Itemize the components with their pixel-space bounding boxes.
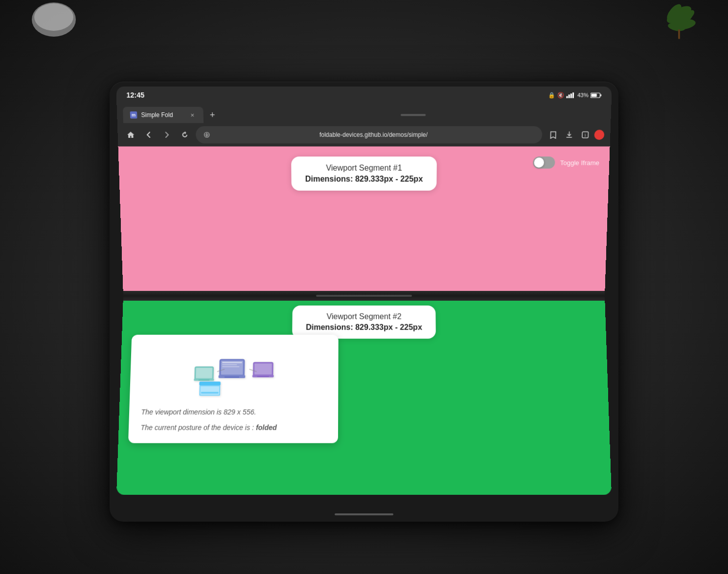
posture-text: The current posture of the device is : f… bbox=[140, 422, 326, 433]
status-bar: 12:45 🔒 🔇 43% bbox=[116, 87, 612, 104]
device-illustration bbox=[141, 345, 326, 399]
mute-icon: 🔇 bbox=[557, 92, 565, 99]
svg-rect-24 bbox=[222, 364, 237, 365]
toggle-iframe-switch[interactable] bbox=[533, 156, 555, 169]
svg-rect-10 bbox=[569, 94, 570, 98]
bowl-decoration bbox=[29, 0, 78, 39]
svg-rect-9 bbox=[566, 96, 568, 98]
tab-close-button[interactable]: ✕ bbox=[188, 111, 197, 119]
laptop-illustration-svg bbox=[184, 345, 284, 399]
tab-title: Simple Fold bbox=[141, 111, 173, 119]
svg-rect-34 bbox=[200, 382, 221, 385]
svg-text:1: 1 bbox=[584, 133, 586, 137]
segment-2-title: Viewport Segment #2 bbox=[306, 312, 422, 321]
segment-2: Viewport Segment #2 Dimensions: 829.333p… bbox=[116, 296, 612, 495]
nav-pill bbox=[335, 513, 393, 515]
signal-icon bbox=[566, 92, 575, 98]
svg-rect-29 bbox=[198, 380, 209, 381]
info-card: The viewport dimension is 829 x 556. The… bbox=[128, 335, 339, 443]
svg-rect-23 bbox=[222, 362, 242, 363]
segment-1-title: Viewport Segment #1 bbox=[305, 164, 423, 173]
active-tab[interactable]: m Simple Fold ✕ bbox=[123, 107, 204, 123]
hinge-line bbox=[316, 295, 412, 297]
reload-button[interactable] bbox=[178, 128, 192, 142]
svg-rect-6 bbox=[678, 29, 680, 39]
foldable-device: 12:45 🔒 🔇 43% bbox=[100, 77, 628, 527]
svg-rect-15 bbox=[591, 93, 597, 96]
battery-text: 43% bbox=[577, 92, 589, 98]
new-tab-button[interactable]: + bbox=[205, 108, 219, 122]
bottom-screen: Viewport Segment #2 Dimensions: 829.333p… bbox=[116, 296, 612, 495]
status-time: 12:45 bbox=[126, 91, 144, 99]
svg-rect-12 bbox=[572, 92, 574, 98]
device-body: 12:45 🔒 🔇 43% bbox=[110, 82, 618, 522]
posture-value: folded bbox=[256, 423, 277, 431]
device-hinge bbox=[123, 291, 605, 301]
tab-manager-button[interactable]: 1 bbox=[578, 128, 592, 142]
svg-rect-11 bbox=[570, 93, 572, 98]
toolbar-icons: 1 bbox=[546, 128, 605, 142]
svg-rect-25 bbox=[222, 366, 239, 367]
svg-rect-27 bbox=[196, 368, 212, 378]
fold-pill bbox=[401, 114, 426, 116]
device-bottom-bar bbox=[123, 507, 605, 522]
viewport-dimension-text: The viewport dimension is 829 x 556. bbox=[141, 407, 326, 417]
plant-decoration bbox=[640, 0, 699, 59]
tab-favicon: m bbox=[130, 111, 137, 119]
segment-2-info-box: Viewport Segment #2 Dimensions: 829.333p… bbox=[292, 306, 436, 339]
segment-2-dims: Dimensions: 829.333px - 225px bbox=[306, 323, 422, 332]
segment-1: Viewport Segment #1 Dimensions: 829.333p… bbox=[118, 147, 610, 296]
bookmark-button[interactable] bbox=[546, 128, 560, 142]
forward-button[interactable] bbox=[159, 128, 174, 142]
svg-rect-37 bbox=[201, 392, 219, 394]
svg-point-8 bbox=[34, 3, 73, 31]
download-button[interactable] bbox=[562, 128, 576, 142]
lock-icon: 🔒 bbox=[548, 92, 555, 99]
top-screen: 12:45 🔒 🔇 43% bbox=[116, 87, 612, 296]
status-icons: 🔒 🔇 43% bbox=[548, 92, 601, 99]
address-bar[interactable]: foldable-devices.github.io/demos/simple/ bbox=[196, 126, 543, 143]
toggle-area: Toggle Iframe bbox=[533, 156, 599, 169]
back-button[interactable] bbox=[141, 128, 156, 142]
svg-rect-22 bbox=[225, 376, 239, 377]
record-button[interactable] bbox=[594, 130, 604, 140]
svg-rect-14 bbox=[600, 94, 601, 96]
svg-rect-33 bbox=[257, 376, 269, 377]
battery-icon bbox=[591, 92, 602, 98]
tab-bar: m Simple Fold ✕ + bbox=[116, 104, 611, 123]
segment-1-dims: Dimensions: 829.333px - 225px bbox=[305, 175, 423, 183]
toggle-knob bbox=[534, 157, 545, 168]
toggle-label: Toggle Iframe bbox=[560, 159, 600, 166]
home-button[interactable] bbox=[123, 128, 138, 142]
url-text: foldable-devices.github.io/demos/simple/ bbox=[213, 131, 534, 138]
address-bar-row: foldable-devices.github.io/demos/simple/… bbox=[117, 123, 611, 147]
scroll-indicator bbox=[608, 202, 612, 242]
segment-1-info-box: Viewport Segment #1 Dimensions: 829.333p… bbox=[291, 156, 437, 191]
posture-label: The current posture of the device is : bbox=[140, 423, 254, 431]
site-settings-icon bbox=[204, 132, 210, 137]
svg-rect-31 bbox=[254, 363, 272, 375]
fold-indicator-area bbox=[222, 114, 605, 116]
